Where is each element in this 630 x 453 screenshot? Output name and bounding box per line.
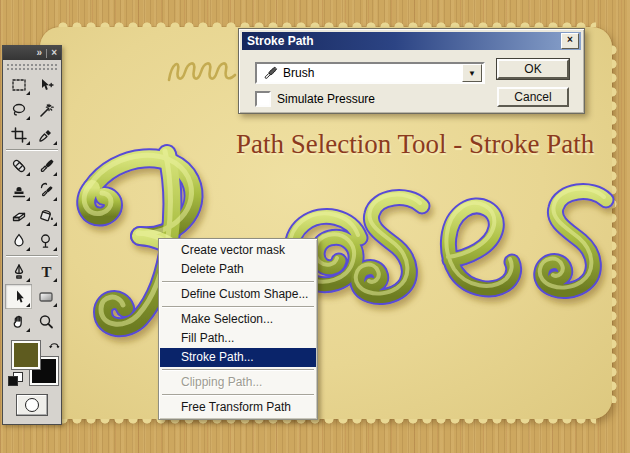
standard-mode-icon — [25, 398, 39, 412]
dialog-close-icon[interactable]: × — [561, 33, 579, 49]
hand-icon — [10, 313, 28, 331]
foreground-color-swatch[interactable] — [12, 341, 40, 369]
path-selection-tool[interactable] — [5, 284, 32, 309]
rectangular-marquee-tool[interactable] — [5, 72, 32, 97]
clone-stamp-icon — [10, 182, 28, 200]
color-swatches — [5, 338, 59, 388]
menu-item-define-custom-shape[interactable]: Define Custom Shape... — [160, 285, 316, 304]
menu-separator — [162, 369, 314, 371]
zoom-icon — [37, 313, 55, 331]
dodge-tool[interactable] — [32, 228, 59, 253]
pen-tool[interactable] — [5, 259, 32, 284]
tools-divider — [6, 149, 58, 151]
svg-text:T: T — [41, 264, 51, 280]
toolbox-titlebar: » × — [3, 46, 61, 60]
healing-brush-tool[interactable] — [5, 153, 32, 178]
photoshop-toolbox: » × — [2, 45, 62, 425]
type-icon: T — [37, 263, 55, 281]
history-brush-icon — [37, 182, 55, 200]
close-icon[interactable]: × — [51, 47, 57, 59]
shape-tool[interactable] — [32, 284, 59, 309]
dialog-titlebar: Stroke Path × — [242, 32, 581, 50]
mini-foreground-swatch — [8, 376, 18, 386]
zoom-tool[interactable] — [32, 309, 59, 334]
default-colors-icon[interactable] — [8, 372, 22, 386]
brush-icon — [37, 157, 55, 175]
crop-tool[interactable] — [5, 122, 32, 147]
path-selection-icon — [10, 288, 28, 306]
shape-icon — [37, 288, 55, 306]
card-scallop-top — [56, 22, 596, 27]
quick-mask-mode-button[interactable] — [16, 394, 48, 416]
eyedropper-tool[interactable] — [32, 122, 59, 147]
eraser-tool[interactable] — [5, 203, 32, 228]
dropdown-arrow-icon[interactable]: ▼ — [462, 64, 482, 82]
titlebar-divider — [46, 49, 47, 58]
menu-item-free-transform-path[interactable]: Free Transform Path — [160, 398, 316, 417]
menu-separator — [162, 394, 314, 396]
path-context-menu: Create vector mask Delete Path Define Cu… — [158, 238, 318, 420]
menu-separator — [162, 281, 314, 283]
paint-bucket-tool[interactable] — [32, 203, 59, 228]
lasso-tool[interactable] — [5, 97, 32, 122]
card-scallop-bottom — [56, 419, 596, 424]
hand-tool[interactable] — [5, 309, 32, 334]
menu-separator — [162, 306, 314, 308]
cancel-button[interactable]: Cancel — [497, 87, 569, 107]
dodge-icon — [37, 232, 55, 250]
magic-wand-icon — [37, 101, 55, 119]
eyedropper-icon — [37, 126, 55, 144]
blur-tool[interactable] — [5, 228, 32, 253]
dropdown-selected-value: Brush — [283, 66, 462, 80]
roses-word-art: Roses — [70, 140, 615, 350]
menu-item-delete-path[interactable]: Delete Path — [160, 260, 316, 279]
move-icon — [37, 76, 55, 94]
palette-grip[interactable] — [7, 64, 57, 70]
brush-option-icon — [261, 65, 278, 82]
clone-stamp-tool[interactable] — [5, 178, 32, 203]
paint-bucket-icon — [37, 207, 55, 225]
pen-icon — [10, 263, 28, 281]
stroke-tool-dropdown[interactable]: Brush ▼ — [255, 62, 485, 84]
lasso-icon — [10, 101, 28, 119]
simulate-pressure-label: Simulate Pressure — [277, 92, 375, 106]
eraser-icon — [10, 207, 28, 225]
brush-tool[interactable] — [32, 153, 59, 178]
move-tool[interactable] — [32, 72, 59, 97]
menu-item-create-vector-mask[interactable]: Create vector mask — [160, 241, 316, 260]
type-tool[interactable]: T — [32, 259, 59, 284]
marquee-icon — [13, 80, 25, 90]
simulate-pressure-checkbox[interactable] — [255, 91, 271, 107]
magic-wand-tool[interactable] — [32, 97, 59, 122]
history-brush-tool[interactable] — [32, 178, 59, 203]
squiggle-path-art: uuu — [166, 50, 242, 90]
menu-item-make-selection[interactable]: Make Selection... — [160, 310, 316, 329]
blur-icon — [10, 232, 28, 250]
dialog-title: Stroke Path — [247, 32, 561, 50]
crop-icon — [10, 126, 28, 144]
menu-item-clipping-path: Clipping Path... — [160, 373, 316, 392]
healing-brush-icon — [10, 157, 28, 175]
menu-item-fill-path[interactable]: Fill Path... — [160, 329, 316, 348]
stroke-path-dialog: Stroke Path × Brush ▼ Simulate Pressure … — [238, 28, 585, 114]
menu-item-stroke-path[interactable]: Stroke Path... — [160, 348, 316, 367]
ok-button[interactable]: OK — [497, 59, 569, 79]
collapse-arrows-icon[interactable]: » — [37, 47, 43, 59]
page-title: Path Selection Tool - Stroke Path — [236, 129, 594, 160]
tools-divider — [6, 255, 58, 257]
swap-colors-icon[interactable] — [48, 339, 61, 352]
